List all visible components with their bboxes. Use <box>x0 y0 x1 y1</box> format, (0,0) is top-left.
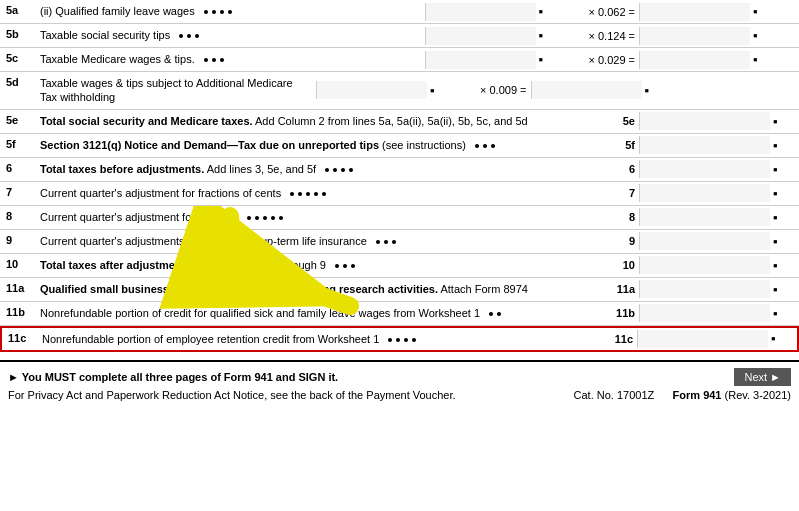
footer: ► You MUST complete all three pages of F… <box>0 360 799 407</box>
row-6-ref-area: 6 ▪ <box>629 158 799 181</box>
col2-5d: ▪ <box>531 81 691 99</box>
row-label-5b: Taxable social security tips <box>36 24 425 47</box>
row-label-11a: Qualified small business payroll tax cre… <box>36 278 617 301</box>
col1-5c: ▪ <box>425 51 585 69</box>
row-num-11a: 11a <box>0 278 36 301</box>
row-label-5c: Taxable Medicare wages & tips. <box>36 48 425 71</box>
input-col1-5c[interactable] <box>426 51 536 69</box>
input-area-9: ▪ <box>639 232 799 250</box>
col2-5c: ▪ <box>639 51 799 69</box>
input-6[interactable] <box>640 160 770 178</box>
row-8-ref-area: 8 ▪ <box>629 206 799 229</box>
footer-top: ► You MUST complete all three pages of F… <box>8 368 791 386</box>
input-area-8: ▪ <box>639 208 799 226</box>
row-7: 7 Current quarter's adjustment for fract… <box>0 182 799 206</box>
row-5c-inputs: ▪ × 0.029 = ▪ <box>425 48 800 71</box>
privacy-notice: For Privacy Act and Paperwork Reduction … <box>8 389 456 401</box>
col2-5b: ▪ <box>639 27 799 45</box>
input-5e[interactable] <box>640 112 770 130</box>
ref-7: 7 <box>629 187 639 199</box>
input-col1-5a-ii[interactable] <box>426 3 536 21</box>
input-9[interactable] <box>640 232 770 250</box>
ref-9: 9 <box>629 235 639 247</box>
col1-5d: ▪ <box>316 81 476 99</box>
row-5f-ref-area: 5f ▪ <box>625 134 799 157</box>
input-area-7: ▪ <box>639 184 799 202</box>
input-5f[interactable] <box>640 136 770 154</box>
input-11c[interactable] <box>638 330 768 348</box>
row-label-5a-ii: (ii) Qualified family leave wages <box>36 0 425 23</box>
row-5c: 5c Taxable Medicare wages & tips. ▪ × 0.… <box>0 48 799 72</box>
input-col1-5b[interactable] <box>426 27 536 45</box>
row-label-10: Total taxes after adjustments. Combine l… <box>36 254 623 277</box>
row-5a-ii: 5a (ii) Qualified family leave wages ▪ ×… <box>0 0 799 24</box>
row-5f: 5f Section 3121(q) Notice and Demand—Tax… <box>0 134 799 158</box>
row-num-5b: 5b <box>0 24 36 47</box>
row-11b-ref-area: 11b ▪ <box>616 302 799 325</box>
row-label-5f: Section 3121(q) Notice and Demand—Tax du… <box>36 134 625 157</box>
ref-6: 6 <box>629 163 639 175</box>
row-num-5f: 5f <box>0 134 36 157</box>
col2-5a-ii: ▪ <box>639 3 799 21</box>
row-10: 10 Total taxes after adjustments. Combin… <box>0 254 799 278</box>
input-10[interactable] <box>640 256 770 274</box>
multiply-5a-ii: × 0.062 = <box>585 6 640 18</box>
input-area-11a: ▪ <box>639 280 799 298</box>
row-num-7: 7 <box>0 182 36 205</box>
row-label-8: Current quarter's adjustment for sick pa… <box>36 206 629 229</box>
row-num-10: 10 <box>0 254 36 277</box>
row-label-7: Current quarter's adjustment for fractio… <box>36 182 629 205</box>
input-7[interactable] <box>640 184 770 202</box>
row-num-11b: 11b <box>0 302 36 325</box>
row-num-5c: 5c <box>0 48 36 71</box>
row-5d: 5d Taxable wages & tips subject to Addit… <box>0 72 799 110</box>
row-num-5a: 5a <box>0 0 36 23</box>
form-info: Cat. No. 17001Z Form 941 (Rev. 3-2021) <box>574 389 791 401</box>
multiply-5b: × 0.124 = <box>585 30 640 42</box>
row-9-ref-area: 9 ▪ <box>629 230 799 253</box>
input-col2-5a-ii[interactable] <box>640 3 750 21</box>
row-num-9: 9 <box>0 230 36 253</box>
ref-11b: 11b <box>616 307 639 319</box>
input-col2-5c[interactable] <box>640 51 750 69</box>
input-col2-5d[interactable] <box>532 81 642 99</box>
row-label-11b: Nonrefundable portion of credit for qual… <box>36 302 616 325</box>
row-8: 8 Current quarter's adjustment for sick … <box>0 206 799 230</box>
next-button[interactable]: Next ► <box>734 368 791 386</box>
row-11a: 11a Qualified small business payroll tax… <box>0 278 799 302</box>
row-6: 6 Total taxes before adjustments. Add li… <box>0 158 799 182</box>
input-col2-5b[interactable] <box>640 27 750 45</box>
row-label-6: Total taxes before adjustments. Add line… <box>36 158 629 181</box>
ref-11c: 11c <box>615 333 637 345</box>
row-label-11c: Nonrefundable portion of employee retent… <box>38 328 615 350</box>
row-5d-inputs: ▪ × 0.009 = ▪ <box>316 72 691 109</box>
row-label-9: Current quarter's adjustments for tips a… <box>36 230 629 253</box>
input-8[interactable] <box>640 208 770 226</box>
row-5e-ref-area: 5e ▪ <box>623 110 799 133</box>
multiply-5d: × 0.009 = <box>476 84 531 96</box>
input-area-10: ▪ <box>639 256 799 274</box>
row-10-ref-area: 10 ▪ <box>623 254 799 277</box>
input-col1-5d[interactable] <box>317 81 427 99</box>
col1-5a-ii: ▪ <box>425 3 585 21</box>
input-11a[interactable] <box>640 280 770 298</box>
row-num-5e: 5e <box>0 110 36 133</box>
input-11b[interactable] <box>640 304 770 322</box>
ref-8: 8 <box>629 211 639 223</box>
row-11c: 11c Nonrefundable portion of employee re… <box>0 326 799 352</box>
input-area-5e: ▪ <box>639 112 799 130</box>
ref-10: 10 <box>623 259 639 271</box>
row-11c-ref-area: 11c ▪ <box>615 328 797 350</box>
col1-5b: ▪ <box>425 27 585 45</box>
must-complete-text: ► You MUST complete all three pages of F… <box>8 371 338 383</box>
input-area-6: ▪ <box>639 160 799 178</box>
footer-bottom: For Privacy Act and Paperwork Reduction … <box>8 389 791 401</box>
input-area-11c: ▪ <box>637 330 797 348</box>
row-5e: 5e Total social security and Medicare ta… <box>0 110 799 134</box>
row-5b: 5b Taxable social security tips ▪ × 0.12… <box>0 24 799 48</box>
input-area-5f: ▪ <box>639 136 799 154</box>
row-num-11c: 11c <box>2 328 38 350</box>
row-label-5d: Taxable wages & tips subject to Addition… <box>36 72 316 109</box>
form-container: 5a (ii) Qualified family leave wages ▪ ×… <box>0 0 799 407</box>
row-11a-ref-area: 11a ▪ <box>617 278 799 301</box>
